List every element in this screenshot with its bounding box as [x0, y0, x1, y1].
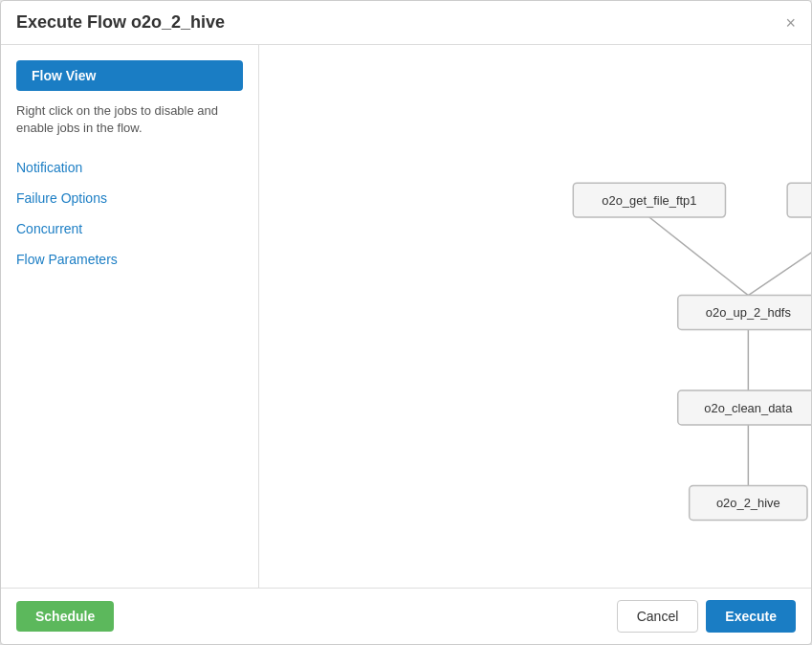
- node-o2o-get-file-ftp1-label: o2o_get_file_ftp1: [602, 193, 696, 208]
- execute-flow-dialog: Execute Flow o2o_2_hive × Flow View Righ…: [0, 0, 812, 645]
- sidebar-item-notification[interactable]: Notification: [1, 152, 258, 183]
- execute-button[interactable]: Execute: [706, 600, 796, 633]
- dialog-body: Flow View Right click on the jobs to dis…: [1, 45, 811, 588]
- edge-node2-node3: [748, 217, 811, 296]
- flow-diagram-svg: o2o_get_file_ftp1 o2o_get_file_ftp2 o2o_…: [259, 45, 811, 588]
- sidebar-item-concurrent[interactable]: Concurrent: [1, 213, 258, 244]
- dialog-header: Execute Flow o2o_2_hive ×: [1, 1, 811, 45]
- cancel-button[interactable]: Cancel: [617, 600, 699, 633]
- node-o2o-2-hive-label: o2o_2_hive: [716, 496, 780, 510]
- flow-diagram-area: o2o_get_file_ftp1 o2o_get_file_ftp2 o2o_…: [259, 45, 811, 588]
- edge-node1-node3: [649, 217, 748, 296]
- schedule-button[interactable]: Schedule: [16, 601, 114, 632]
- flow-view-button[interactable]: Flow View: [16, 60, 243, 91]
- footer-right-actions: Cancel Execute: [617, 600, 796, 633]
- dialog-title: Execute Flow o2o_2_hive: [16, 12, 225, 33]
- close-button[interactable]: ×: [785, 14, 796, 32]
- node-o2o-clean-data-label: o2o_clean_data: [704, 401, 793, 415]
- sidebar-description: Right click on the jobs to disable and e…: [1, 102, 258, 152]
- sidebar-item-flow-parameters[interactable]: Flow Parameters: [1, 244, 258, 275]
- node-o2o-get-file-ftp2-box[interactable]: [787, 183, 811, 217]
- dialog-footer: Schedule Cancel Execute: [1, 588, 811, 644]
- sidebar-item-failure-options[interactable]: Failure Options: [1, 183, 258, 213]
- node-o2o-up-2-hdfs-label: o2o_up_2_hdfs: [706, 305, 791, 320]
- sidebar: Flow View Right click on the jobs to dis…: [1, 45, 259, 588]
